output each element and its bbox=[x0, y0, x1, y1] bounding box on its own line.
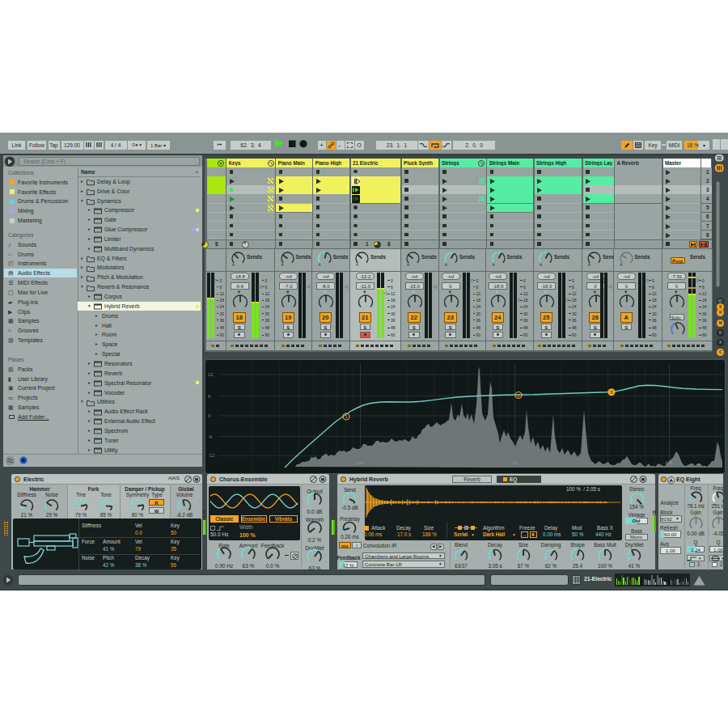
svg-text:2: 2 bbox=[517, 393, 519, 398]
svg-text:1: 1 bbox=[345, 414, 347, 419]
